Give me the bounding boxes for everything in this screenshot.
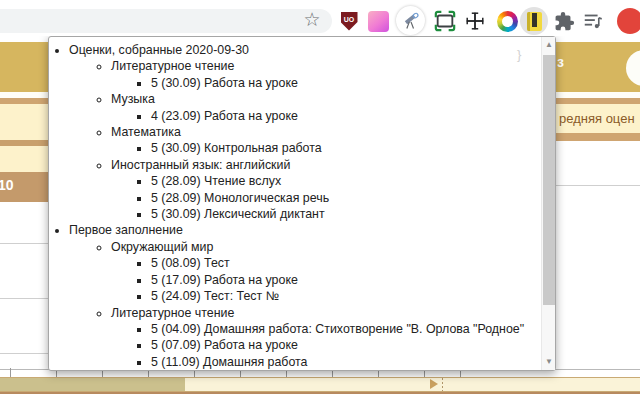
mark-item: 5 (30.09) Работа на уроке (151, 75, 537, 91)
subject-item: Иностранный язык: английский5 (28.09) Чт… (111, 157, 537, 223)
subject-item: Окружающий мир5 (08.09) Тест5 (17.09) Ра… (111, 239, 537, 305)
scrollbar-up-button[interactable]: ▲ (542, 37, 556, 53)
screen: з редняя оцен 10 ☆ UO (0, 0, 640, 400)
bookmark-star-icon[interactable]: ☆ (300, 8, 324, 32)
subject-item: Математика5 (30.09) Контрольная работа (111, 124, 537, 157)
mark-item: 5 (24.09) Тест: Тест № (151, 288, 537, 304)
table-row-line (556, 185, 640, 186)
frame-icon (434, 10, 456, 32)
grades-list: Оценки, собранные 2020-09-30Литературное… (49, 42, 537, 370)
color-wheel-icon[interactable] (495, 9, 519, 33)
notebook-extension-icon-active[interactable] (520, 7, 548, 35)
color-swatch-icon[interactable] (366, 9, 390, 33)
table-row-line (0, 298, 48, 299)
extensions-puzzle-icon[interactable] (552, 9, 576, 33)
profile-avatar[interactable] (617, 8, 640, 34)
ublock-origin-icon[interactable]: UO (337, 9, 361, 33)
screenshot-frame-icon[interactable] (433, 9, 457, 33)
column-tick (10, 368, 11, 377)
left-tan-rule (0, 140, 48, 146)
table-row-line (0, 353, 48, 354)
address-bar[interactable] (0, 9, 332, 33)
popup-scrollbar[interactable]: ▲ ▼ (541, 37, 555, 370)
mark-item: 5 (11.09) Домашняя работа (151, 354, 537, 370)
scrollbar-thumb[interactable] (543, 55, 555, 305)
shield-icon: UO (341, 12, 358, 31)
extension-popup: } Оценки, собранные 2020-09-30Литературн… (48, 36, 556, 371)
page-brown-rule (0, 392, 640, 394)
telescope-icon (401, 11, 421, 31)
mark-item: 5 (07.09) Работа на уроке (151, 337, 537, 353)
table-row-line (0, 243, 48, 244)
subject-item: Музыка4 (23.09) Работа на уроке (111, 91, 537, 124)
playlist-icon (582, 10, 604, 32)
mark-item: 5 (30.09) Контрольная работа (151, 140, 537, 156)
scroll-divider (442, 378, 443, 391)
date-header-fragment: 10 (0, 177, 14, 193)
mark-item: 5 (04.09) Домашняя работа: Стихотворение… (151, 321, 537, 337)
playlist-music-icon[interactable] (581, 9, 605, 33)
crosshair-icon (464, 10, 486, 32)
left-cream-strip (0, 133, 48, 172)
scroll-right-arrow-icon[interactable] (430, 379, 438, 389)
puzzle-icon (554, 11, 575, 32)
mark-item: 4 (23.09) Работа на уроке (151, 108, 537, 124)
grade-group: Первое заполнениеОкружающий мир5 (08.09)… (69, 222, 537, 370)
move-tool-icon[interactable] (463, 9, 487, 33)
telescope-extension-icon[interactable] (396, 6, 425, 35)
mark-item: 5 (28.09) Монологическая речь (151, 190, 537, 206)
scrollbar-down-button[interactable]: ▼ (542, 354, 556, 370)
mark-item: 5 (30.09) Лексический диктант (151, 206, 537, 222)
notebook-icon (527, 12, 542, 31)
grade-group: Оценки, собранные 2020-09-30Литературное… (69, 42, 537, 222)
header-text-fragment: з (557, 54, 564, 70)
mark-item: 5 (08.09) Тест (151, 255, 537, 271)
subject-item: Литературное чтение5 (04.09) Домашняя ра… (111, 305, 537, 371)
average-grade-label-fragment: редняя оцен (559, 111, 635, 126)
mark-item: 5 (17.09) Работа на уроке (151, 272, 537, 288)
subject-item: Литературное чтение5 (30.09) Работа на у… (111, 58, 537, 91)
browser-toolbar: ☆ UO (0, 0, 640, 36)
horizontal-scrollbar-thumb[interactable] (0, 378, 185, 391)
mark-item: 5 (28.09) Чтение вслух (151, 173, 537, 189)
